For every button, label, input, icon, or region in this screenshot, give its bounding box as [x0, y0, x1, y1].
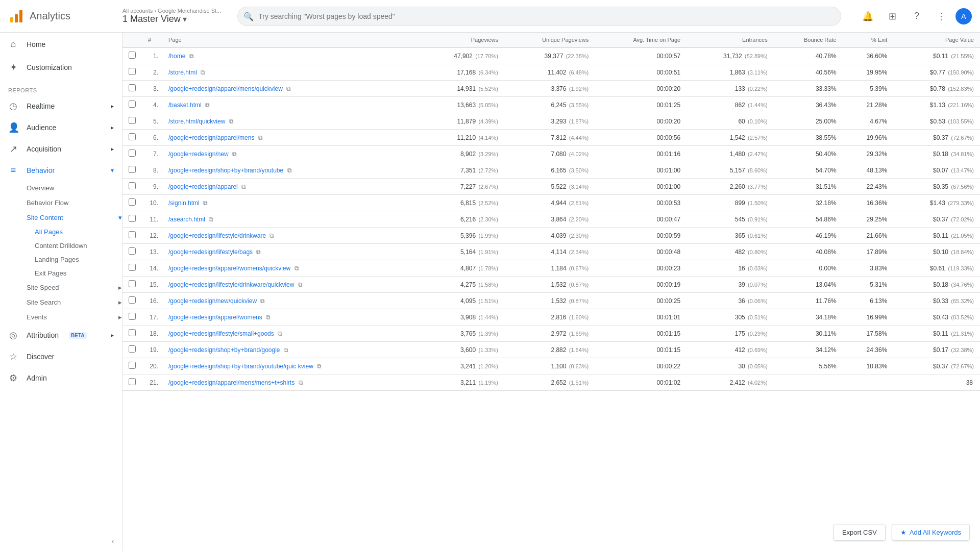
row-page[interactable]: /google+redesign/lifestyle/drinkware/qui… [162, 277, 417, 293]
row-page[interactable]: /google+redesign/shop+by+brand/youtube ⧉ [162, 162, 417, 179]
col-unique-pageviews[interactable]: Unique Pageviews [504, 33, 595, 47]
page-link[interactable]: /google+redesign/apparel/mens [168, 134, 254, 141]
page-link-icon[interactable]: ⧉ [295, 265, 299, 272]
row-page[interactable]: /home ⧉ [162, 47, 417, 64]
sidebar-item-events[interactable]: Events ▸ [27, 310, 122, 324]
row-page[interactable]: /google+redesign/apparel/womens/quickvie… [162, 260, 417, 277]
page-link-icon[interactable]: ⧉ [317, 363, 322, 370]
sidebar-item-overview[interactable]: Overview [27, 181, 122, 195]
sidebar-item-content-drilldown[interactable]: Content Drilldown [35, 239, 122, 253]
page-link-icon[interactable]: ⧉ [299, 379, 303, 386]
add-keywords-button[interactable]: ★ Add All Keywords [892, 524, 970, 541]
sidebar-item-admin[interactable]: ⚙ Admin [0, 367, 122, 389]
row-page[interactable]: /basket.html ⧉ [162, 97, 417, 113]
col-page[interactable]: Page [162, 33, 417, 47]
page-link[interactable]: /google+redesign/apparel/mens/quickview [168, 85, 283, 92]
sidebar-item-all-pages[interactable]: All Pages [35, 225, 122, 239]
breadcrumb-parent[interactable]: All accounts [122, 8, 153, 14]
view-selector[interactable]: 1 Master View ▾ [122, 14, 221, 24]
row-checkbox[interactable] [122, 81, 142, 97]
col-bounce-rate[interactable]: Bounce Rate [774, 33, 843, 47]
page-link-icon[interactable]: ⧉ [241, 183, 246, 190]
sidebar-item-customization[interactable]: ✦ Customization [0, 56, 122, 79]
row-page[interactable]: /google+redesign/lifestyle/drinkware ⧉ [162, 228, 417, 244]
page-link-icon[interactable]: ⧉ [278, 330, 282, 337]
page-link-icon[interactable]: ⧉ [203, 199, 208, 207]
sidebar-item-acquisition[interactable]: ↗ Acquisition ▸ [0, 138, 122, 160]
page-link[interactable]: /google+redesign/apparel/womens [168, 314, 262, 321]
page-link[interactable]: /google+redesign/apparel/womens/quickvie… [168, 265, 290, 272]
row-checkbox[interactable] [122, 97, 142, 113]
col-entrances[interactable]: Entrances [687, 33, 774, 47]
page-link[interactable]: /basket.html [168, 102, 202, 109]
row-checkbox[interactable] [122, 309, 142, 325]
row-checkbox[interactable] [122, 260, 142, 277]
page-link[interactable]: /store.html [168, 69, 197, 76]
row-checkbox[interactable] [122, 211, 142, 228]
row-checkbox[interactable] [122, 195, 142, 211]
sidebar-item-home[interactable]: ⌂ Home [0, 33, 122, 56]
page-link[interactable]: /home [168, 53, 185, 60]
page-link[interactable]: /google+redesign/lifestyle/bags [168, 248, 253, 256]
help-button[interactable]: ? [906, 6, 927, 27]
page-link-icon[interactable]: ⧉ [284, 346, 288, 354]
row-checkbox[interactable] [122, 374, 142, 391]
row-checkbox[interactable] [122, 342, 142, 358]
page-link-icon[interactable]: ⧉ [270, 232, 274, 239]
page-link-icon[interactable]: ⧉ [287, 167, 292, 174]
page-link-icon[interactable]: ⧉ [209, 216, 213, 223]
page-link[interactable]: /asearch.html [168, 216, 205, 223]
page-link-icon[interactable]: ⧉ [201, 69, 205, 76]
sidebar-item-behavior-flow[interactable]: Behavior Flow [27, 195, 122, 210]
row-checkbox[interactable] [122, 293, 142, 309]
col-exit-pct[interactable]: % Exit [843, 33, 894, 47]
sidebar-item-site-search[interactable]: Site Search ▸ [27, 295, 122, 310]
page-link-icon[interactable]: ⧉ [298, 281, 303, 288]
page-link-icon[interactable]: ⧉ [189, 53, 194, 60]
row-page[interactable]: /google+redesign/shop+by+brand/google ⧉ [162, 342, 417, 358]
row-checkbox[interactable] [122, 228, 142, 244]
page-link[interactable]: /google+redesign/new/quickview [168, 297, 257, 305]
row-page[interactable]: /google+redesign/lifestyle/bags ⧉ [162, 244, 417, 260]
row-page[interactable]: /store.html/quickview ⧉ [162, 113, 417, 130]
row-checkbox[interactable] [122, 47, 142, 64]
sidebar-item-realtime[interactable]: ◷ Realtime ▸ [0, 95, 122, 117]
search-input[interactable] [237, 7, 841, 26]
row-checkbox[interactable] [122, 244, 142, 260]
avatar[interactable]: A [955, 8, 972, 24]
row-page[interactable]: /signin.html ⧉ [162, 195, 417, 211]
sidebar-item-audience[interactable]: 👤 Audience ▸ [0, 117, 122, 138]
page-link-icon[interactable]: ⧉ [266, 314, 271, 321]
sidebar-item-behavior[interactable]: ≡ Behavior ▾ [0, 160, 122, 181]
sidebar-item-landing-pages[interactable]: Landing Pages [35, 253, 122, 266]
page-link[interactable]: /google+redesign/shop+by+brand/youtube [168, 167, 283, 174]
row-page[interactable]: /google+redesign/apparel ⧉ [162, 179, 417, 195]
more-button[interactable]: ⋮ [931, 6, 951, 27]
row-page[interactable]: /google+redesign/shop+by+brand/youtube/q… [162, 358, 417, 374]
site-content-header[interactable]: Site Content ▾ [27, 210, 122, 225]
col-pageviews[interactable]: Pageviews [417, 33, 504, 47]
row-page[interactable]: /google+redesign/apparel/mens ⧉ [162, 130, 417, 146]
sidebar-item-exit-pages[interactable]: Exit Pages [35, 266, 122, 280]
row-page[interactable]: /store.html ⧉ [162, 64, 417, 81]
page-link[interactable]: /google+redesign/lifestyle/small+goods [168, 330, 274, 337]
sidebar-item-discover[interactable]: ☆ Discover [0, 346, 122, 367]
page-link[interactable]: /google+redesign/lifestyle/drinkware [168, 232, 266, 239]
page-link[interactable]: /google+redesign/shop+by+brand/youtube/q… [168, 363, 313, 370]
col-page-value[interactable]: Page Value [893, 33, 980, 47]
breadcrumb-account[interactable]: Google Merchandise St... [158, 8, 221, 14]
page-link[interactable]: /google+redesign/apparel [168, 183, 238, 190]
row-page[interactable]: /google+redesign/apparel/womens ⧉ [162, 309, 417, 325]
sidebar-item-attribution[interactable]: ◎ Attribution BETA ▸ [0, 324, 122, 346]
row-checkbox[interactable] [122, 179, 142, 195]
page-link-icon[interactable]: ⧉ [258, 134, 263, 141]
page-link[interactable]: /signin.html [168, 199, 200, 207]
row-checkbox[interactable] [122, 130, 142, 146]
col-avg-time[interactable]: Avg. Time on Page [595, 33, 687, 47]
page-link-icon[interactable]: ⧉ [232, 151, 237, 158]
page-link[interactable]: /google+redesign/lifestyle/drinkware/qui… [168, 281, 294, 288]
export-csv-button[interactable]: Export CSV [834, 524, 886, 541]
row-checkbox[interactable] [122, 358, 142, 374]
row-checkbox[interactable] [122, 113, 142, 130]
row-checkbox[interactable] [122, 162, 142, 179]
